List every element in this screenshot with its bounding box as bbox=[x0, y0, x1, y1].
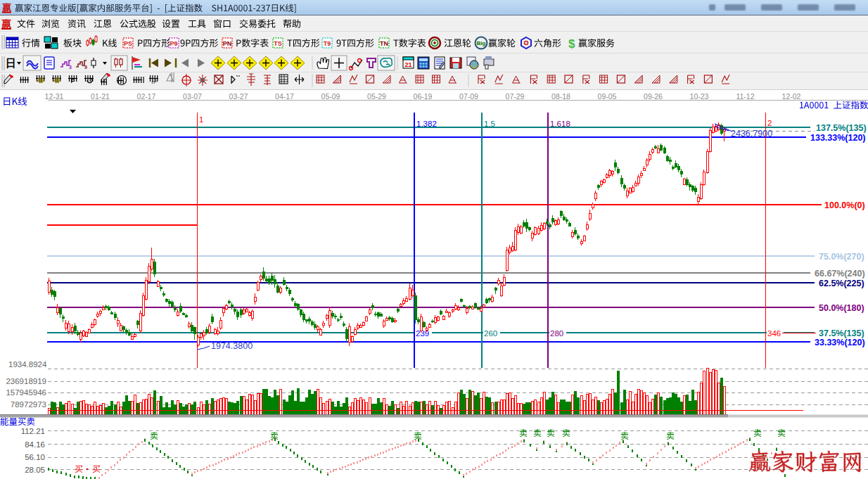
svg-text:78972973: 78972973 bbox=[11, 400, 46, 409]
svg-text:2: 2 bbox=[767, 119, 772, 127]
svg-text:1.618: 1.618 bbox=[550, 120, 570, 128]
svg-text:2436.7900: 2436.7900 bbox=[731, 129, 772, 139]
svg-text:1.5: 1.5 bbox=[484, 120, 495, 128]
svg-text:TS: TS bbox=[274, 40, 282, 47]
svg-text:236918919: 236918919 bbox=[6, 377, 46, 385]
svg-text:n²: n² bbox=[151, 79, 156, 85]
svg-text:50.0%(180): 50.0%(180) bbox=[819, 303, 864, 313]
svg-text:346: 346 bbox=[767, 329, 781, 338]
svg-text:04-17: 04-17 bbox=[275, 92, 294, 101]
svg-text:62.5%(225): 62.5%(225) bbox=[819, 279, 864, 288]
svg-text:TN: TN bbox=[380, 40, 388, 47]
svg-text:1934.8924: 1934.8924 bbox=[8, 360, 47, 369]
svg-text:02-17: 02-17 bbox=[137, 92, 156, 101]
svg-text:37.5%(135): 37.5%(135) bbox=[819, 328, 864, 338]
svg-text:07-09: 07-09 bbox=[459, 92, 478, 101]
svg-text:09-26: 09-26 bbox=[644, 92, 663, 101]
svg-text:75.0%(270): 75.0%(270) bbox=[819, 252, 864, 262]
svg-text:137.5%(135): 137.5%(135) bbox=[816, 123, 867, 133]
svg-text:112.21: 112.21 bbox=[21, 427, 45, 435]
svg-text:260: 260 bbox=[484, 329, 497, 338]
svg-text:12-31: 12-31 bbox=[45, 92, 64, 101]
svg-text:9: 9 bbox=[84, 65, 87, 70]
svg-text:09-05: 09-05 bbox=[598, 92, 617, 101]
svg-text:3: 3 bbox=[69, 65, 72, 70]
svg-text:11-12: 11-12 bbox=[736, 92, 754, 101]
svg-text:P9: P9 bbox=[170, 40, 177, 47]
svg-text:08-18: 08-18 bbox=[551, 92, 570, 101]
svg-text:100.0%(0): 100.0%(0) bbox=[824, 200, 865, 210]
svg-text:Big: Big bbox=[477, 40, 486, 46]
svg-text:06-19: 06-19 bbox=[414, 92, 433, 101]
svg-text:33.33%(120): 33.33%(120) bbox=[815, 338, 865, 347]
svg-text:1974.3800: 1974.3800 bbox=[211, 341, 253, 351]
svg-text:56.10: 56.10 bbox=[25, 453, 45, 461]
svg-text:F: F bbox=[70, 77, 74, 84]
svg-text:133.33%(120): 133.33%(120) bbox=[810, 133, 866, 143]
svg-text:157945946: 157945946 bbox=[6, 388, 46, 397]
svg-text:03-27: 03-27 bbox=[229, 92, 248, 101]
svg-text:T9: T9 bbox=[324, 40, 331, 47]
svg-text:66.67%(240): 66.67%(240) bbox=[815, 269, 865, 279]
svg-text:1: 1 bbox=[199, 115, 203, 124]
svg-text:$: $ bbox=[568, 37, 575, 51]
svg-text:05-09: 05-09 bbox=[321, 92, 340, 101]
svg-text:PS: PS bbox=[124, 40, 132, 47]
svg-text:10-23: 10-23 bbox=[690, 92, 709, 101]
svg-text:01-21: 01-21 bbox=[91, 92, 110, 101]
svg-text:1.382: 1.382 bbox=[416, 120, 437, 128]
svg-text:05-29: 05-29 bbox=[367, 92, 386, 101]
svg-text:84.16: 84.16 bbox=[25, 440, 45, 449]
svg-text:280: 280 bbox=[550, 329, 563, 338]
svg-text:日: 日 bbox=[6, 57, 16, 69]
svg-text:12-02: 12-02 bbox=[782, 92, 801, 101]
svg-text:28.05: 28.05 bbox=[25, 466, 45, 474]
svg-text:21: 21 bbox=[404, 61, 411, 68]
svg-text:03-07: 03-07 bbox=[183, 92, 202, 101]
svg-text:PN: PN bbox=[223, 40, 232, 47]
svg-text:07-29: 07-29 bbox=[506, 92, 525, 101]
